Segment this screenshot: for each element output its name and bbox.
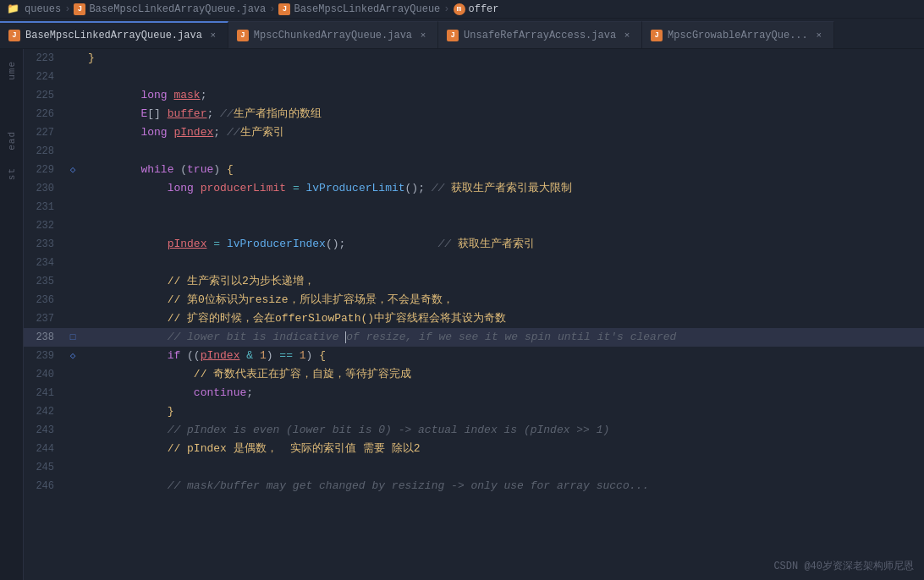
gutter-cell — [64, 235, 81, 254]
code-line: // 生产索引以2为步长递增， — [81, 272, 924, 291]
gutter-cell — [64, 365, 81, 384]
line-number: 231 — [24, 198, 64, 216]
tab-3[interactable]: J MpscGrowableArrayQue... × — [642, 21, 834, 48]
gutter-cell: □ — [64, 328, 81, 347]
tab-close-1[interactable]: × — [417, 30, 429, 41]
table-row: 224 — [24, 68, 924, 86]
code-line: } — [81, 49, 924, 68]
line-number: 232 — [24, 216, 64, 235]
line-number: 241 — [24, 384, 64, 402]
breadcrumb-item-method[interactable]: m offer — [454, 3, 499, 15]
breadcrumb-sep-3: › — [443, 3, 449, 15]
table-row: 233 pIndex = lvProducerIndex(); // 获取生产者… — [24, 235, 924, 254]
tab-icon-2: J — [447, 30, 459, 41]
tab-0[interactable]: J BaseMpscLinkedArrayQueue.java × — [0, 21, 228, 48]
line-number: 230 — [24, 179, 64, 198]
breadcrumb-sep-1: › — [64, 3, 70, 15]
code-line: E[] buffer; //生产者指向的数组 — [81, 105, 924, 123]
code-line: while (true) { — [81, 161, 924, 179]
table-row: 236 // 第0位标识为resize，所以非扩容场景，不会是奇数， — [24, 291, 924, 309]
table-row: 246 // mask/buffer may get changed by re… — [24, 477, 924, 495]
table-row: 238 □ // lower bit is indicative of resi… — [24, 328, 924, 347]
line-number: 243 — [24, 421, 64, 440]
code-area[interactable]: 223 } 224 225 long mask; — [24, 49, 924, 580]
table-row: 227 long pIndex; //生产索引 — [24, 123, 924, 142]
line-number: 224 — [24, 68, 64, 86]
code-line — [81, 198, 924, 216]
breadcrumb-sep-2: › — [269, 3, 275, 15]
code-line — [81, 216, 924, 235]
tab-1[interactable]: J MpscChunkedArrayQueue.java × — [228, 21, 438, 48]
gutter-cell — [64, 477, 81, 495]
table-row: 228 — [24, 142, 924, 161]
tab-close-2[interactable]: × — [621, 30, 633, 41]
table-row: 229 ◇ while (true) { — [24, 161, 924, 179]
side-label-ead: ead — [7, 131, 17, 150]
side-panel: ume ead st — [0, 49, 24, 580]
table-row: 241 continue; — [24, 384, 924, 402]
code-line — [81, 254, 924, 272]
table-row: 230 long producerLimit = lvProducerLimit… — [24, 179, 924, 198]
line-number: 225 — [24, 86, 64, 105]
code-line: long producerLimit = lvProducerLimit(); … — [81, 179, 924, 198]
breadcrumb-item-queues[interactable]: 📁 queues — [7, 3, 61, 15]
code-line: // 奇数代表正在扩容，自旋，等待扩容完成 — [81, 365, 924, 384]
code-line: } — [81, 402, 924, 421]
table-row: 237 // 扩容的时候，会在offerSlowPath()中扩容线程会将其设为… — [24, 309, 924, 328]
code-line: if ((pIndex & 1) == 1) { — [81, 347, 924, 365]
line-number: 237 — [24, 309, 64, 328]
gutter-cell — [64, 440, 81, 458]
gutter-cell — [64, 216, 81, 235]
side-label-st: st — [7, 167, 17, 180]
gutter-cell: ◇ — [64, 161, 81, 179]
gutter-cell — [64, 254, 81, 272]
breadcrumb-item-class[interactable]: J BaseMpscLinkedArrayQueue — [278, 3, 440, 15]
code-line: // 扩容的时候，会在offerSlowPath()中扩容线程会将其设为奇数 — [81, 309, 924, 328]
gutter-cell — [64, 179, 81, 198]
table-row: 234 — [24, 254, 924, 272]
table-row: 240 // 奇数代表正在扩容，自旋，等待扩容完成 — [24, 365, 924, 384]
table-row: 226 E[] buffer; //生产者指向的数组 — [24, 105, 924, 123]
table-row: 239 ◇ if ((pIndex & 1) == 1) { — [24, 347, 924, 365]
table-row: 245 — [24, 458, 924, 477]
line-number: 236 — [24, 291, 64, 309]
table-row: 235 // 生产索引以2为步长递增， — [24, 272, 924, 291]
code-line — [81, 142, 924, 161]
line-number: 233 — [24, 235, 64, 254]
gutter-cell — [64, 309, 81, 328]
code-line: long mask; — [81, 86, 924, 105]
tab-close-3[interactable]: × — [813, 30, 825, 41]
line-number: 234 — [24, 254, 64, 272]
gutter-cell — [64, 105, 81, 123]
code-line: continue; — [81, 384, 924, 402]
code-line: // lower bit is indicative of resize, if… — [81, 328, 924, 347]
gutter-cell — [64, 49, 81, 68]
gutter-cell — [64, 68, 81, 86]
tab-icon-0: J — [8, 30, 20, 41]
code-line: long pIndex; //生产索引 — [81, 123, 924, 142]
gutter-cell — [64, 402, 81, 421]
table-row: 242 } — [24, 402, 924, 421]
gutter-cell — [64, 291, 81, 309]
table-row: 232 — [24, 216, 924, 235]
java-icon-1: J — [74, 3, 85, 15]
line-number: 239 — [24, 347, 64, 365]
tab-close-0[interactable]: × — [207, 30, 219, 41]
code-line: // pIndex is even (lower bit is 0) -> ac… — [81, 421, 924, 440]
gutter-cell — [64, 198, 81, 216]
tab-2[interactable]: J UnsafeRefArrayAccess.java × — [438, 21, 642, 48]
line-number: 238 — [24, 328, 64, 347]
line-number: 235 — [24, 272, 64, 291]
code-line: pIndex = lvProducerIndex(); // 获取生产者索引 — [81, 235, 924, 254]
line-number: 226 — [24, 105, 64, 123]
line-number: 240 — [24, 365, 64, 384]
table-row: 225 long mask; — [24, 86, 924, 105]
gutter-cell — [64, 272, 81, 291]
table-row: 223 } — [24, 49, 924, 68]
folder-icon: 📁 — [7, 3, 19, 15]
breadcrumb-item-file[interactable]: J BaseMpscLinkedArrayQueue.java — [74, 3, 266, 15]
tab-icon-1: J — [237, 30, 249, 41]
method-icon: m — [454, 3, 465, 15]
line-number: 244 — [24, 440, 64, 458]
code-line: // pIndex 是偶数， 实际的索引值 需要 除以2 — [81, 440, 924, 458]
